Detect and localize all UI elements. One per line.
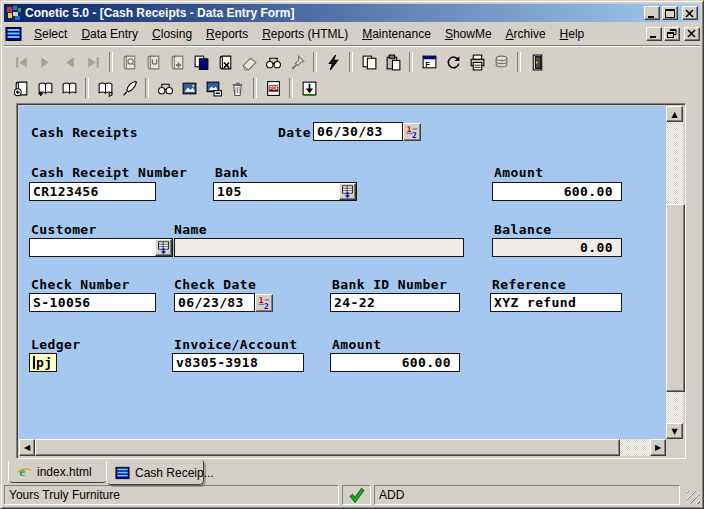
- open-book-icon: [61, 80, 78, 97]
- customer-label: Customer: [31, 222, 97, 237]
- toolbar-book-new-button[interactable]: [165, 50, 189, 74]
- menu-item-reports[interactable]: Reports: [199, 25, 255, 43]
- application-window: Conetic 5.0 - [Cash Receipts - Data Entr…: [0, 0, 704, 509]
- scroll-down-button[interactable]: ▼: [666, 423, 683, 439]
- toolbar-separator: [85, 78, 89, 98]
- customer-lookup-button[interactable]: [155, 239, 172, 256]
- binoculars-icon: [265, 54, 282, 71]
- close-button[interactable]: [682, 6, 698, 20]
- horizontal-scrollbar[interactable]: ◀ ▶: [19, 439, 666, 456]
- toolbar-nav-first-button[interactable]: [9, 50, 33, 74]
- toolbar-book-undo-button[interactable]: [141, 50, 165, 74]
- exit-door-icon: [529, 54, 546, 71]
- toolbar-row-1: F: [9, 49, 549, 75]
- date-calendar-button[interactable]: 1 2: [403, 123, 421, 141]
- menu-item-reports-html[interactable]: Reports (HTML): [255, 25, 355, 43]
- reference-field[interactable]: [490, 293, 622, 312]
- check-number-field[interactable]: [29, 293, 156, 312]
- toolbar-pdf-button[interactable]: PDF: [261, 76, 285, 100]
- toolbar-binoculars-button[interactable]: [261, 50, 285, 74]
- toolbar-paste-button[interactable]: [381, 50, 405, 74]
- menu-item-data-entry[interactable]: Data Entry: [74, 25, 145, 43]
- minimize-button[interactable]: [644, 6, 660, 20]
- toolbar-copy-button[interactable]: [357, 50, 381, 74]
- invoice-account-field[interactable]: [172, 353, 304, 372]
- toolbar-image-remove-button[interactable]: [201, 76, 225, 100]
- date-field[interactable]: [313, 122, 403, 141]
- scroll-up-button[interactable]: ▲: [666, 106, 683, 122]
- toolbar-image-button[interactable]: [177, 76, 201, 100]
- toolbar-nav-prev-button[interactable]: [57, 50, 81, 74]
- window-title: Conetic 5.0 - [Cash Receipts - Data Entr…: [25, 6, 642, 20]
- amount-field[interactable]: [492, 182, 622, 201]
- svg-text:F: F: [425, 59, 430, 68]
- tab-cash-receipts[interactable]: Cash Receip...: [106, 461, 204, 485]
- toolbar-form-button[interactable]: F: [417, 50, 441, 74]
- menu-item-showme[interactable]: ShowMe: [438, 25, 499, 43]
- toolbar-nav-last-button[interactable]: [81, 50, 105, 74]
- toolbar-nav-next-button[interactable]: [33, 50, 57, 74]
- check-date-field[interactable]: [174, 293, 255, 312]
- text-cursor: [33, 356, 35, 369]
- copy-record-icon: [193, 54, 210, 71]
- horizontal-scrollbar-thumb[interactable]: [35, 439, 620, 456]
- mdi-close-button[interactable]: [684, 27, 700, 41]
- menu-item-closing[interactable]: Closing: [145, 25, 199, 43]
- bank-lookup-button[interactable]: [339, 183, 356, 200]
- toolbar-pushpin-button[interactable]: [285, 50, 309, 74]
- toolbar-add-record-button[interactable]: [9, 76, 33, 100]
- open-book-page-icon: p: [97, 80, 114, 97]
- toolbar-open-book-button[interactable]: [57, 76, 81, 100]
- customer-field[interactable]: [30, 239, 155, 256]
- toolbar-find-binoculars-button[interactable]: [153, 76, 177, 100]
- menu-item-select[interactable]: Select: [27, 25, 74, 43]
- mdi-restore-button[interactable]: [664, 27, 680, 41]
- toolbar-exit-door-button[interactable]: [525, 50, 549, 74]
- menu-item-help[interactable]: Help: [553, 25, 592, 43]
- trash-icon: [229, 80, 246, 97]
- menu-item-archive[interactable]: Archive: [499, 25, 553, 43]
- book-search-icon: [121, 54, 138, 71]
- toolbar-separator: [289, 78, 293, 98]
- toolbar-export-button[interactable]: [297, 76, 321, 100]
- toolbar-print-button[interactable]: [465, 50, 489, 74]
- mdi-minimize-button[interactable]: [646, 27, 662, 41]
- toolbar-layers-button[interactable]: [489, 50, 513, 74]
- bank-id-number-field[interactable]: [330, 293, 460, 312]
- bank-id-number-label: Bank ID Number: [332, 277, 447, 292]
- vertical-scrollbar-thumb[interactable]: [666, 204, 685, 392]
- cash-receipt-number-field[interactable]: [29, 182, 156, 201]
- toolbar-copy-record-button[interactable]: [189, 50, 213, 74]
- scroll-left-button[interactable]: ◀: [19, 439, 35, 456]
- refresh-icon: [445, 54, 462, 71]
- svg-text:e: e: [19, 464, 25, 479]
- vertical-scrollbar[interactable]: ▲ ▼: [666, 106, 683, 439]
- toolbar-book-search-button[interactable]: [117, 50, 141, 74]
- maximize-button[interactable]: [662, 6, 678, 20]
- toolbar-lightning-button[interactable]: [321, 50, 345, 74]
- bank-field[interactable]: [214, 183, 339, 200]
- toolbar-eraser-button[interactable]: [237, 50, 261, 74]
- toolbar-open-book-page-button[interactable]: p: [93, 76, 117, 100]
- balance-label: Balance: [494, 222, 552, 237]
- form-window-icon[interactable]: [5, 26, 22, 42]
- menu-item-maintenance[interactable]: Maintenance: [355, 25, 438, 43]
- resize-grip[interactable]: [687, 491, 700, 504]
- svg-text:1: 1: [259, 296, 264, 305]
- tab-index-html[interactable]: e index.html: [8, 461, 108, 483]
- toolbar-book-delete-button[interactable]: [213, 50, 237, 74]
- amount-detail-field[interactable]: [330, 353, 460, 372]
- reference-label: Reference: [492, 277, 566, 292]
- scrollbar-corner: [666, 439, 683, 456]
- layers-icon: [493, 54, 510, 71]
- ledger-field[interactable]: pj: [29, 353, 57, 372]
- toolbar-trash-button[interactable]: [225, 76, 249, 100]
- toolbar-refresh-button[interactable]: [441, 50, 465, 74]
- toolbar-quill-button[interactable]: [117, 76, 141, 100]
- toolbar-separator: [409, 52, 413, 72]
- check-date-calendar-button[interactable]: 1 2: [255, 294, 273, 312]
- toolbar-separator: [145, 78, 149, 98]
- scroll-right-button[interactable]: ▶: [650, 439, 666, 456]
- toolbar-insert-record-button[interactable]: [33, 76, 57, 100]
- menu-bar: SelectData EntryClosingReportsReports (H…: [4, 23, 700, 44]
